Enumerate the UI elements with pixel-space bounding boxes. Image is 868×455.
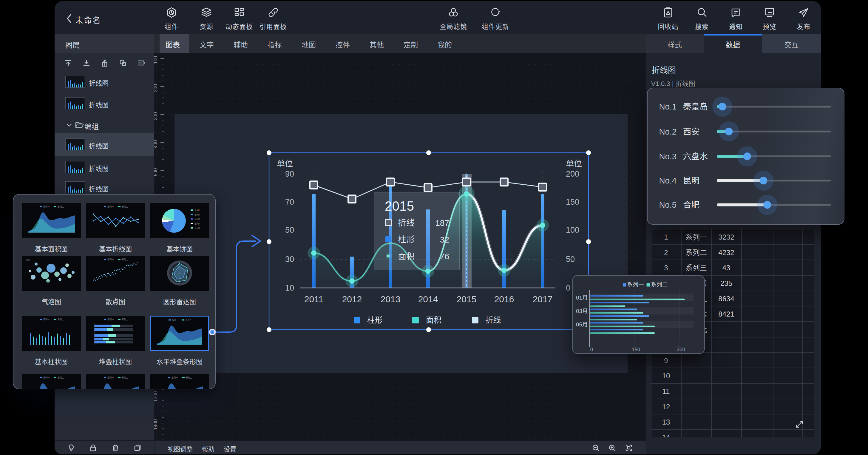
svg-text:系列一: 系列一 <box>107 205 114 208</box>
svg-text:200: 200 <box>566 168 579 179</box>
svg-text:系列4: 系列4 <box>194 222 200 225</box>
svg-text:30: 30 <box>285 253 294 264</box>
svg-text:系列一: 系列一 <box>107 258 114 261</box>
svg-text:系列二: 系列二 <box>122 205 128 208</box>
svg-text:2013: 2013 <box>381 292 401 305</box>
svg-text:03月: 03月 <box>576 306 588 314</box>
svg-text:2015: 2015 <box>457 292 477 305</box>
svg-text:50: 50 <box>566 253 575 264</box>
svg-text:3232: 3232 <box>718 231 734 242</box>
svg-text:柱形: 柱形 <box>398 233 414 245</box>
svg-text:系列三: 系列三 <box>685 262 707 272</box>
svg-text:0: 0 <box>566 281 570 293</box>
svg-text:系列二: 系列二 <box>58 376 64 379</box>
svg-text:05月: 05月 <box>576 320 588 328</box>
svg-text:系列二: 系列二 <box>122 258 128 261</box>
svg-text:西安: 西安 <box>683 125 700 137</box>
svg-text:系列一: 系列一 <box>627 280 644 288</box>
svg-text:系列一: 系列一 <box>43 205 50 208</box>
svg-text:1: 1 <box>664 231 668 242</box>
svg-text:3: 3 <box>664 262 668 272</box>
svg-text:系列3: 系列3 <box>194 217 200 220</box>
svg-text:系列5: 系列5 <box>194 226 200 230</box>
svg-text:系列一: 系列一 <box>107 318 114 321</box>
svg-text:系列二: 系列二 <box>651 280 668 288</box>
svg-text:2014: 2014 <box>418 292 438 305</box>
svg-text:43: 43 <box>722 262 731 272</box>
svg-text:13: 13 <box>662 416 670 427</box>
svg-text:系列一: 系列一 <box>43 318 50 321</box>
svg-text:2016: 2016 <box>494 292 514 305</box>
svg-text:系列二: 系列二 <box>58 318 64 321</box>
svg-text:系列一: 系列一 <box>107 376 114 379</box>
svg-text:昆明: 昆明 <box>683 174 700 186</box>
svg-text:系列二: 系列二 <box>122 318 128 321</box>
svg-text:面积: 面积 <box>398 250 414 262</box>
svg-text:系列一: 系列一 <box>43 376 50 379</box>
svg-text:300: 300 <box>677 345 685 353</box>
svg-text:系列二: 系列二 <box>186 376 192 379</box>
svg-text:10: 10 <box>662 370 670 381</box>
svg-text:No.5: No.5 <box>659 198 677 210</box>
svg-text:柱形: 柱形 <box>367 314 383 325</box>
svg-text:2: 2 <box>664 247 668 257</box>
svg-text:0: 0 <box>590 345 593 353</box>
svg-text:系列一: 系列一 <box>172 376 178 379</box>
svg-text:No.2: No.2 <box>659 125 677 137</box>
svg-text:折线: 折线 <box>485 314 501 325</box>
svg-text:2011: 2011 <box>304 292 323 305</box>
svg-text:9: 9 <box>664 355 668 365</box>
svg-text:2012: 2012 <box>342 292 362 305</box>
svg-text:折线: 折线 <box>398 216 414 228</box>
svg-text:235: 235 <box>720 277 732 288</box>
svg-text:8634: 8634 <box>718 293 734 303</box>
svg-text:32: 32 <box>440 233 449 245</box>
svg-text:No.1: No.1 <box>659 100 677 112</box>
svg-text:No.4: No.4 <box>659 174 677 186</box>
svg-text:系列二: 系列二 <box>186 318 191 321</box>
svg-text:150: 150 <box>632 345 640 353</box>
svg-text:2015: 2015 <box>385 195 414 214</box>
svg-text:4232: 4232 <box>718 247 734 257</box>
svg-text:8421: 8421 <box>718 308 734 318</box>
svg-text:12: 12 <box>662 401 670 412</box>
svg-text:系列1: 系列1 <box>194 209 200 212</box>
svg-text:面积: 面积 <box>426 314 441 325</box>
svg-text:合肥: 合肥 <box>683 198 700 210</box>
svg-text:2017: 2017 <box>533 292 553 305</box>
svg-text:系列一: 系列一 <box>685 231 707 242</box>
svg-text:系列一: 系列一 <box>172 318 178 321</box>
svg-text:150: 150 <box>566 195 579 207</box>
svg-text:01月: 01月 <box>576 293 588 301</box>
svg-text:100: 100 <box>566 223 579 235</box>
svg-text:No.3: No.3 <box>659 150 677 162</box>
svg-text:系列2: 系列2 <box>194 213 200 216</box>
svg-text:系列二: 系列二 <box>122 376 128 379</box>
svg-text:76: 76 <box>440 250 449 262</box>
svg-text:单位: 单位 <box>26 259 30 262</box>
svg-text:187: 187 <box>435 216 449 228</box>
svg-text:秦皇岛: 秦皇岛 <box>683 100 708 112</box>
svg-text:70: 70 <box>285 195 294 207</box>
svg-text:六盘水: 六盘水 <box>683 150 708 162</box>
svg-text:50: 50 <box>285 223 294 235</box>
svg-text:14: 14 <box>662 432 670 437</box>
svg-text:系列二: 系列二 <box>685 247 707 257</box>
svg-text:10: 10 <box>285 281 294 293</box>
svg-text:90: 90 <box>285 168 294 179</box>
svg-text:11: 11 <box>662 386 670 396</box>
svg-text:系列二: 系列二 <box>58 205 64 208</box>
